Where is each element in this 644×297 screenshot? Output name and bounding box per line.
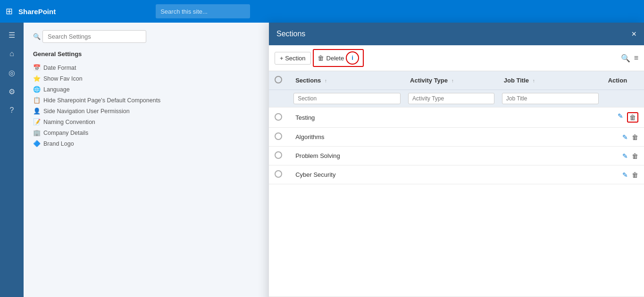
row-radio-btn[interactable] — [275, 170, 282, 178]
trash-icon: 🗑 — [318, 54, 324, 62]
table-header-row: Sections ↑ Activity Type ↑ Job Title ↑ A… — [269, 71, 644, 90]
activity-sort-arrow: ↑ — [452, 78, 454, 83]
row-radio-cell — [269, 107, 290, 128]
row-action-cell: ✎🗑 — [602, 147, 644, 165]
toolbar-menu-icon[interactable]: ≡ — [634, 54, 638, 62]
row-action-cell: ✎🗑 — [602, 128, 644, 147]
filter-section-cell — [290, 90, 404, 107]
info-label: i — [351, 55, 353, 61]
row-section-cell: Problem Solving — [290, 147, 404, 165]
row-action-cell: ✎🗑 — [602, 107, 644, 128]
row-section-cell: Cyber Security — [290, 165, 404, 184]
filter-checkbox-cell — [269, 90, 290, 107]
sidebar-help[interactable]: ? — [3, 102, 20, 119]
table-row: Algorithms✎🗑 — [269, 128, 644, 147]
delete-row-icon[interactable]: 🗑 — [632, 152, 638, 160]
row-activity-cell — [404, 165, 498, 184]
header-radio[interactable] — [275, 76, 282, 83]
filter-jobtitle-cell — [498, 90, 602, 107]
filter-activity-input[interactable] — [408, 93, 494, 104]
brand-logo-icon: 🔷 — [33, 140, 41, 147]
edit-icon[interactable]: ✎ — [622, 171, 628, 179]
row-radio-cell — [269, 147, 290, 165]
table-row: Cyber Security✎🗑 — [269, 165, 644, 184]
delete-row-icon[interactable]: 🗑 — [627, 112, 638, 123]
row-radio-btn[interactable] — [275, 113, 282, 121]
panel-title: Sections — [276, 30, 305, 38]
row-radio-btn[interactable] — [275, 132, 282, 140]
sections-panel: Sections × + Section 🗑 Delete i — [269, 23, 644, 297]
col-header-activity[interactable]: Activity Type ↑ — [404, 71, 498, 90]
filter-jobtitle-input[interactable] — [502, 93, 599, 104]
row-jobtitle-cell — [498, 165, 602, 184]
row-jobtitle-cell — [498, 128, 602, 147]
settings-item-label: Date Format — [43, 65, 76, 71]
row-activity-cell — [404, 128, 498, 147]
sidebar-settings[interactable]: ⚙ — [3, 83, 20, 100]
delete-group: 🗑 Delete i — [313, 49, 364, 67]
edit-icon[interactable]: ✎ — [622, 152, 628, 160]
settings-item-label: Company Details — [43, 130, 88, 136]
date-format-icon: 📅 — [33, 64, 41, 71]
search-settings-icon: 🔍 — [33, 33, 41, 40]
toolbar-right: 🔍 ≡ — [621, 54, 638, 63]
delete-label: Delete — [326, 55, 344, 62]
table-filter-row — [269, 90, 644, 107]
delete-row-icon[interactable]: 🗑 — [632, 171, 638, 179]
panel-toolbar: + Section 🗑 Delete i 🔍 ≡ — [269, 45, 644, 71]
fav-icon-icon: ⭐ — [33, 75, 41, 82]
toolbar-left: + Section 🗑 Delete i — [275, 49, 364, 67]
row-radio-cell — [269, 128, 290, 147]
row-jobtitle-cell — [498, 147, 602, 165]
edit-icon[interactable]: ✎ — [618, 112, 623, 123]
delete-button[interactable]: 🗑 Delete — [318, 54, 344, 62]
grid-icon[interactable]: ⊞ — [6, 6, 13, 16]
col-header-jobtitle[interactable]: Job Title ↑ — [498, 71, 602, 90]
table-row: Problem Solving✎🗑 — [269, 147, 644, 165]
table-row: Testing✎🗑 — [269, 107, 644, 128]
col-header-checkbox — [269, 71, 290, 90]
toolbar-search-icon[interactable]: 🔍 — [621, 54, 630, 63]
sidebar-hamburger[interactable]: ☰ — [3, 26, 20, 43]
settings-item-label: Side Navigation User Permission — [43, 108, 130, 115]
nav-permission-icon: 👤 — [33, 107, 41, 115]
sections-table: Sections ↑ Activity Type ↑ Job Title ↑ A… — [269, 71, 644, 184]
sidebar-home[interactable]: ⌂ — [3, 45, 20, 62]
panel-header: Sections × — [269, 23, 644, 45]
info-button[interactable]: i — [346, 51, 359, 65]
col-header-section[interactable]: Sections ↑ — [290, 71, 404, 90]
add-section-button[interactable]: + Section — [275, 52, 311, 65]
company-details-icon: 🏢 — [33, 129, 41, 136]
section-sort-arrow: ↑ — [325, 78, 327, 83]
app-logo: SharePoint — [18, 8, 56, 16]
row-radio-btn[interactable] — [275, 151, 282, 159]
site-search-input[interactable] — [156, 4, 250, 18]
naming-convention-icon: 📝 — [33, 118, 41, 125]
row-action-cell: ✎🗑 — [602, 165, 644, 184]
add-section-label: + Section — [280, 55, 306, 62]
search-settings-input[interactable] — [42, 30, 146, 43]
col-header-action: Action — [602, 71, 644, 90]
edit-icon[interactable]: ✎ — [622, 133, 628, 141]
settings-item-label: Naming Convention — [43, 119, 95, 125]
delete-row-icon[interactable]: 🗑 — [632, 133, 638, 141]
sidebar-globe[interactable]: ◎ — [3, 64, 20, 81]
settings-item-label: Language — [43, 86, 70, 93]
filter-section-input[interactable] — [293, 93, 401, 104]
row-radio-cell — [269, 165, 290, 184]
filter-action-cell — [602, 90, 644, 107]
settings-item-label: Hide Sharepoint Page's Default Component… — [43, 97, 160, 104]
hide-components-icon: 📋 — [33, 97, 41, 104]
jobtitle-sort-arrow: ↑ — [533, 78, 535, 83]
language-icon: 🌐 — [33, 86, 41, 93]
row-activity-cell — [404, 147, 498, 165]
main-layout: ☰ ⌂ ◎ ⚙ ? 🔍 General Settings 📅 Date Form… — [0, 23, 644, 297]
row-activity-cell — [404, 107, 498, 128]
table-wrapper: Sections ↑ Activity Type ↑ Job Title ↑ A… — [269, 71, 644, 297]
top-bar: ⊞ SharePoint — [0, 0, 644, 23]
row-section-cell: Testing — [290, 107, 404, 128]
row-section-cell: Algorithms — [290, 128, 404, 147]
settings-item-label: Brand Logo — [43, 140, 74, 147]
settings-item-label: Show Fav Icon — [43, 75, 83, 82]
panel-close-button[interactable]: × — [631, 29, 636, 39]
